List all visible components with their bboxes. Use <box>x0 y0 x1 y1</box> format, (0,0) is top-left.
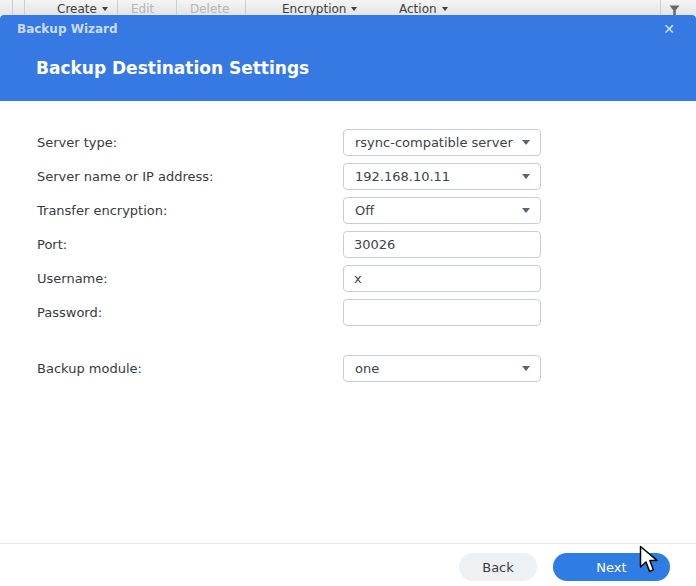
dropdown-value: rsync-compatible server <box>355 130 514 155</box>
toolbar-divider <box>12 0 13 15</box>
form-row-server-type: Server type: rsync-compatible server <box>0 129 696 156</box>
toolbar-divider <box>660 0 661 15</box>
page-title: Backup Destination Settings <box>36 58 309 78</box>
combobox-value: 192.168.10.11 <box>355 164 514 189</box>
footer-divider <box>0 543 696 544</box>
toolbar-divider <box>24 0 25 15</box>
toolbar-encryption-button[interactable]: Encryption <box>282 1 357 15</box>
form-row-transfer-encryption: Transfer encryption: Off <box>0 197 696 224</box>
toolbar-action-button[interactable]: Action <box>399 1 448 15</box>
transfer-encryption-dropdown[interactable]: Off <box>343 197 541 224</box>
transfer-encryption-label: Transfer encryption: <box>37 197 167 224</box>
backup-module-label: Backup module: <box>37 355 142 382</box>
toolbar-delete-button: Delete <box>190 1 229 15</box>
toolbar: Create Edit Delete Encryption Action <box>0 0 696 15</box>
port-label: Port: <box>37 231 67 258</box>
form-row-backup-module: Backup module: one <box>0 355 696 382</box>
chevron-down-icon <box>522 174 530 179</box>
server-type-dropdown[interactable]: rsync-compatible server <box>343 129 541 156</box>
dropdown-value: one <box>355 356 514 381</box>
server-address-label: Server name or IP address: <box>37 163 213 190</box>
server-address-combobox[interactable]: 192.168.10.11 <box>343 163 541 190</box>
toolbar-divider <box>176 0 177 15</box>
chevron-down-icon <box>522 140 530 145</box>
form-row-username: Username: <box>0 265 696 292</box>
toolbar-create-button[interactable]: Create <box>57 1 108 15</box>
next-button[interactable]: Next <box>553 553 670 581</box>
dialog-header: Backup Wizard ✕ Backup Destination Setti… <box>0 15 696 101</box>
toolbar-divider <box>117 0 118 15</box>
password-input[interactable] <box>343 299 541 326</box>
chevron-down-icon <box>522 208 530 213</box>
form-row-password: Password: <box>0 299 696 326</box>
toolbar-edit-button: Edit <box>131 1 154 15</box>
form-row-port: Port: <box>0 231 696 258</box>
port-input[interactable] <box>343 231 541 258</box>
chevron-down-icon <box>102 7 108 11</box>
form-row-server-address: Server name or IP address: 192.168.10.11 <box>0 163 696 190</box>
back-button[interactable]: Back <box>459 553 537 581</box>
toolbar-divider <box>245 0 246 15</box>
password-label: Password: <box>37 299 102 326</box>
chevron-down-icon <box>351 7 357 11</box>
username-label: Username: <box>37 265 108 292</box>
dialog-title: Backup Wizard <box>17 22 118 36</box>
close-icon[interactable]: ✕ <box>659 19 679 39</box>
username-input[interactable] <box>343 265 541 292</box>
server-type-label: Server type: <box>37 129 117 156</box>
backup-module-dropdown[interactable]: one <box>343 355 541 382</box>
backup-wizard-dialog: Backup Wizard ✕ Backup Destination Setti… <box>0 15 696 586</box>
filter-funnel-icon[interactable] <box>669 2 680 15</box>
chevron-down-icon <box>522 366 530 371</box>
chevron-down-icon <box>442 7 448 11</box>
dropdown-value: Off <box>355 198 514 223</box>
